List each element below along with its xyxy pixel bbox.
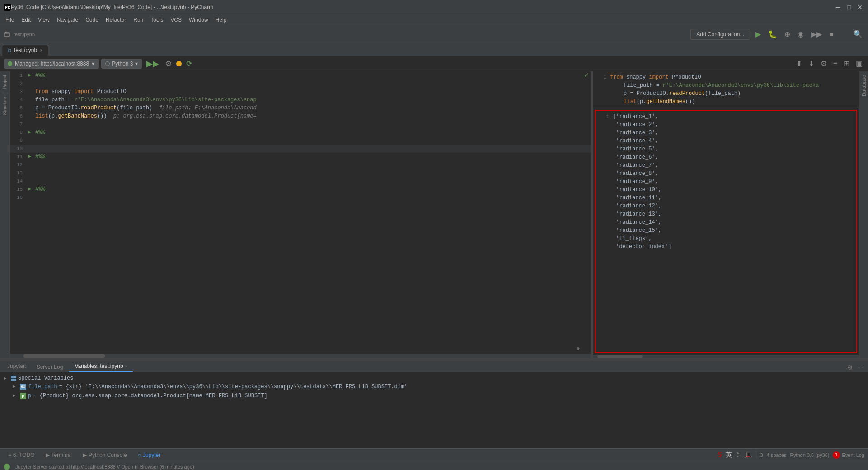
event-log-area[interactable]: 1 Event Log (833, 451, 864, 459)
menu-vcs[interactable]: VCS (167, 16, 185, 24)
line-number-10: 10 (10, 145, 26, 153)
maximize-button[interactable]: □ (845, 4, 854, 10)
editor-area: 1 ▶ #%% ✓ 2 3 from snappy import Product… (10, 71, 591, 358)
search-everywhere-button[interactable]: 🔍 (852, 29, 864, 39)
run-cell-15-button[interactable]: ▶ (26, 185, 33, 193)
code-line-12: 12 (10, 161, 591, 169)
run-cell-11-button[interactable]: ▶ (26, 153, 33, 161)
special-vars-expand-icon[interactable]: ▶ (4, 376, 9, 381)
terminal-icon: ▶ (46, 452, 50, 458)
bottom-minimize-button[interactable]: ─ (856, 362, 864, 372)
add-configuration-button[interactable]: Add Configuration... (690, 29, 750, 40)
menu-tools[interactable]: Tools (147, 16, 167, 24)
terminal-panel-button[interactable]: ▶ Terminal (41, 451, 76, 459)
code-editor[interactable]: 1 ▶ #%% ✓ 2 3 from snappy import Product… (10, 71, 591, 354)
tab-test-ipynb[interactable]: ip test.ipynb × (2, 45, 48, 56)
line-number-6: 6 (10, 112, 26, 120)
tab-label: test.ipynb (14, 47, 37, 53)
run-button[interactable]: ▶ (754, 29, 763, 39)
run-cell-8-button[interactable]: ▶ (26, 128, 33, 136)
redis-icon[interactable]: S (718, 451, 722, 459)
output-icon[interactable]: ▣ (854, 58, 864, 69)
stop-button[interactable]: ■ (827, 29, 835, 39)
line-number-15: 15 (10, 185, 26, 193)
tab-variables[interactable]: Variables: test.ipynb × (69, 361, 133, 372)
debug-button[interactable]: 🐛 (766, 29, 779, 39)
menu-edit[interactable]: Edit (18, 16, 34, 24)
hat-icon[interactable]: 🎩 (743, 451, 752, 460)
code-line-6: 6 list(p.getBandNames()) p: org.esa.snap… (10, 112, 591, 120)
moon-icon[interactable]: ☽ (736, 451, 740, 460)
jupyter-panel-label: Jupyter (143, 452, 160, 458)
settings-icon[interactable]: ⚙ (819, 58, 829, 69)
tab-server-log[interactable]: Server Log (31, 362, 69, 372)
p-expand-icon[interactable]: ▶ (13, 391, 18, 400)
structure-panel-label[interactable]: Structure (1, 95, 8, 117)
close-button[interactable]: ✕ (855, 4, 864, 10)
menu-file[interactable]: File (2, 16, 18, 24)
run-all-button[interactable]: ▶▶ (809, 29, 824, 39)
minimize-button[interactable]: ─ (834, 4, 843, 10)
run-cell-1-button[interactable]: ▶ (26, 71, 33, 80)
bottom-settings-button[interactable]: ⚙ (845, 363, 855, 372)
variables-tab-close-button[interactable]: × (125, 364, 128, 369)
status-message: Jupyter Server started at http://localho… (15, 464, 194, 470)
terminal-label: Terminal (52, 452, 72, 458)
output-item-15: 'radiance_15', (613, 226, 671, 235)
variables-content: ▶ Special Variables ▶ 01 file_path = {st… (0, 372, 868, 448)
code-content-8: #%% (33, 128, 591, 136)
kernel-settings-button[interactable]: ⚙ (164, 58, 174, 69)
database-panel-label[interactable]: Database (860, 71, 868, 100)
output-hscrollbar-thumb[interactable] (597, 355, 643, 358)
menu-view[interactable]: View (34, 16, 53, 24)
side-by-side-icon[interactable]: ⊞ (842, 58, 851, 69)
menu-window[interactable]: Window (185, 16, 212, 24)
tab-close-button[interactable]: × (40, 48, 42, 53)
kernel-dropdown[interactable]: Python 3 ▾ (101, 59, 141, 69)
event-log-label: Event Log (842, 452, 864, 458)
output-hscrollbar[interactable] (593, 355, 859, 358)
menu-bar: File Edit View Navigate Code Refactor Ru… (0, 14, 868, 25)
variable-row-p: ▶ p p = {Product} org.esa.snap.core.data… (4, 391, 864, 400)
right-side-panel: Database (859, 71, 868, 358)
menu-refactor[interactable]: Refactor (102, 16, 130, 24)
coverage-button[interactable]: ⊕ (783, 29, 792, 39)
editor-hscrollbar[interactable] (10, 354, 591, 358)
line-number-2: 2 (10, 80, 26, 88)
code-content-4: file_path = r'E:\Anaconda\Anaconda3\envs… (33, 96, 591, 104)
lang-icon[interactable]: 英 (726, 451, 732, 459)
server-dropdown[interactable]: Managed: http://localhost:8888 ▾ (4, 59, 99, 69)
special-variables-header[interactable]: ▶ Special Variables (4, 374, 864, 382)
jupyter-panel-button[interactable]: ○ Jupyter (133, 451, 165, 459)
list-icon[interactable]: ≡ (831, 59, 839, 69)
todo-label: 6: TODO (13, 452, 35, 458)
code-line-16: 16 (10, 193, 591, 202)
drag-handle-icon[interactable]: ⊕ (577, 345, 580, 352)
code-line-7: 7 (10, 120, 591, 128)
menu-navigate[interactable]: Navigate (53, 16, 82, 24)
output-item-9: 'radiance_9', (613, 178, 671, 186)
profile-button[interactable]: ◉ (796, 29, 806, 39)
todo-panel-button[interactable]: ≡ 6: TODO (4, 451, 39, 459)
server-label: Managed: http://localhost:8888 (15, 61, 89, 67)
menu-help[interactable]: Help (212, 16, 230, 24)
menu-code[interactable]: Code (82, 16, 102, 24)
python-console-button[interactable]: ▶ Python Console (78, 451, 131, 459)
kernel-chevron-icon: ▾ (135, 61, 138, 67)
jupyter-icon: ○ (138, 452, 141, 458)
line-number-7: 7 (10, 120, 26, 128)
app-icon: PC (4, 4, 11, 11)
output-item-2: 'radiance_2', (613, 121, 671, 129)
jupyter-status-icon (4, 464, 10, 470)
add-cell-above-button[interactable]: ⬆ (794, 58, 804, 69)
project-panel-label[interactable]: Project (1, 73, 8, 91)
file-path-expand-icon[interactable]: ▶ (13, 382, 18, 391)
editor-hscrollbar-thumb[interactable] (23, 354, 105, 358)
add-cell-below-button[interactable]: ⬇ (807, 58, 816, 69)
run-all-cells-button[interactable]: ▶▶ (145, 58, 161, 70)
restart-kernel-button[interactable]: ⟳ (184, 58, 194, 69)
output-item-16: 'l1_flags', (613, 235, 671, 243)
window-controls: ─ □ ✕ (834, 4, 864, 10)
line-number-3: 3 (10, 88, 26, 96)
menu-run[interactable]: Run (130, 16, 147, 24)
